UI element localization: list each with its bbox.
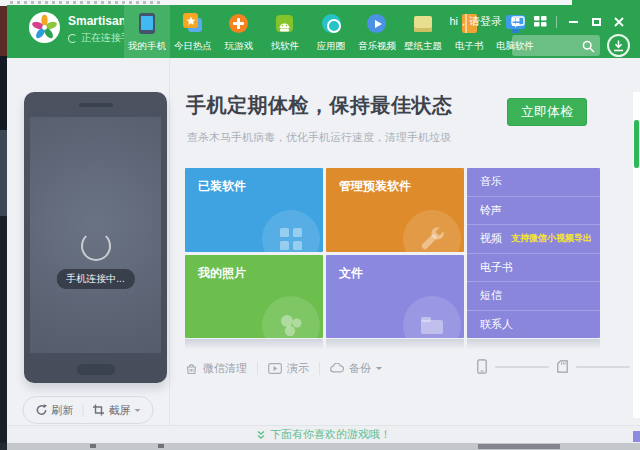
screenshot-button[interactable]: 截屏 <box>93 403 141 418</box>
desktop-left-edge <box>0 130 7 216</box>
music-video-icon <box>365 12 389 36</box>
phone-screen: 手机连接中... <box>30 117 161 353</box>
android-software-icon <box>273 12 297 36</box>
nav-tabs: 我的手机 今日热点 玩游戏 找软件 应用圈 <box>124 5 538 58</box>
tab-hot-today[interactable]: 今日热点 <box>170 5 216 58</box>
header-user-row: hi，请登录 <box>449 14 626 29</box>
list-item-ringtones[interactable]: 铃声 <box>467 197 600 226</box>
phone-storage-icon <box>477 359 487 374</box>
quick-access-list: 音乐 铃声 视频 支持微信小视频导出 电子书 短信 联系人 <box>467 168 600 338</box>
minimize-button[interactable] <box>566 15 580 29</box>
photos-watermark-icon <box>262 296 320 338</box>
tile-files[interactable]: 文件 <box>326 255 464 338</box>
hot-today-icon <box>181 12 205 36</box>
phone-mockup: 手机连接中... <box>24 92 167 383</box>
tab-wallpaper[interactable]: 壁纸主题 <box>400 5 446 58</box>
tab-label: 我的手机 <box>128 39 166 52</box>
loading-spinner-icon <box>81 231 111 261</box>
maximize-button[interactable] <box>589 15 603 29</box>
apps-watermark-icon <box>262 210 320 252</box>
phone-panel: 手机连接中... 刷新 截屏 <box>7 58 170 425</box>
page-subtitle: 查杀木马手机病毒，优化手机运行速度，清理手机垃圾 <box>187 130 451 145</box>
tab-music-video[interactable]: 音乐视频 <box>354 5 400 58</box>
message-icon[interactable] <box>511 16 525 28</box>
desktop-bottom-fragment <box>158 444 164 448</box>
tab-label: 今日热点 <box>174 39 212 52</box>
refresh-icon <box>36 404 48 416</box>
tab-label: 音乐视频 <box>358 39 396 52</box>
app-window: Smartisan ... 正在连接手机 我的手机 今日热点 <box>7 5 640 443</box>
tab-games[interactable]: 玩游戏 <box>216 5 262 58</box>
chevron-down-icon <box>376 367 382 370</box>
app-header: Smartisan ... 正在连接手机 我的手机 今日热点 <box>7 5 640 58</box>
search-icon[interactable] <box>582 39 595 57</box>
tab-label: 壁纸主题 <box>404 39 442 52</box>
phone-storage-bar <box>495 366 549 368</box>
download-manager-button[interactable] <box>607 34 630 57</box>
tab-label: 找软件 <box>271 39 300 52</box>
refresh-label: 刷新 <box>52 403 74 418</box>
clean-basket-icon <box>185 362 198 375</box>
tab-label: 玩游戏 <box>225 39 254 52</box>
crop-icon <box>93 404 105 416</box>
desktop-left-edge <box>0 443 7 450</box>
close-button[interactable] <box>612 15 626 29</box>
divider <box>556 16 557 28</box>
list-item-music[interactable]: 音乐 <box>467 168 600 197</box>
sdcard-storage-icon <box>557 360 568 373</box>
bottom-toolbar: 微信清理 演示 备份 <box>185 357 382 379</box>
tile-reflection <box>326 339 464 350</box>
connecting-label: 手机连接中... <box>56 269 134 289</box>
tile-reflection <box>185 339 323 350</box>
cloud-icon <box>330 363 344 373</box>
scrollbar-thumb[interactable] <box>634 120 639 168</box>
desktop-left-edge <box>0 216 7 443</box>
tile-preinstalled-apps[interactable]: 管理预装软件 <box>326 168 464 252</box>
list-item-sms[interactable]: 短信 <box>467 282 600 311</box>
tile-installed-apps[interactable]: 已装软件 <box>185 168 323 252</box>
tab-label: 应用圈 <box>317 39 346 52</box>
desktop-bottom-fragment <box>90 444 96 448</box>
connecting-spinner-icon <box>68 34 77 43</box>
backup-button[interactable]: 备份 <box>330 361 382 376</box>
page-title: 手机定期体检，保持最佳状态 <box>186 92 453 119</box>
footer-games-link[interactable]: 下面有你喜欢的游戏哦！ <box>7 425 640 443</box>
tab-find-software[interactable]: 找软件 <box>262 5 308 58</box>
demo-play-icon <box>268 363 282 374</box>
scrollbar-track[interactable] <box>633 92 640 418</box>
tab-app-circle[interactable]: 应用圈 <box>308 5 354 58</box>
desktop-bottom-fragment <box>478 444 560 449</box>
desktop-background-text <box>10 1 160 4</box>
screenshot-label: 截屏 <box>109 403 131 418</box>
chevron-down-icon <box>135 409 141 412</box>
login-link[interactable]: hi，请登录 <box>449 14 502 29</box>
list-item-videos[interactable]: 视频 支持微信小视频导出 <box>467 225 600 254</box>
sdcard-storage-bar <box>576 366 630 368</box>
double-chevron-down-icon <box>256 430 266 440</box>
tab-ebook[interactable]: 电子书 <box>446 5 492 58</box>
footer-message: 下面有你喜欢的游戏哦！ <box>270 427 391 442</box>
wrench-watermark-icon <box>403 210 461 252</box>
storage-indicators <box>477 359 630 374</box>
header-search-row <box>512 34 630 57</box>
divider <box>257 362 258 375</box>
phone-home-button <box>77 364 115 375</box>
phone-speaker <box>79 103 113 107</box>
tab-label: 电子书 <box>455 39 484 52</box>
wechat-clean-button[interactable]: 微信清理 <box>185 361 247 376</box>
apps-grid-icon[interactable] <box>534 16 547 27</box>
list-item-contacts[interactable]: 联系人 <box>467 311 600 339</box>
divider <box>83 404 84 417</box>
refresh-button[interactable]: 刷新 <box>36 403 74 418</box>
list-item-ebooks[interactable]: 电子书 <box>467 254 600 283</box>
tile-reflection <box>467 339 600 350</box>
games-icon <box>227 12 251 36</box>
tile-my-photos[interactable]: 我的照片 <box>185 255 323 338</box>
my-phone-icon <box>135 12 159 36</box>
divider <box>319 362 320 375</box>
main-content: 手机定期体检，保持最佳状态 查杀木马手机病毒，优化手机运行速度，清理手机垃圾 立… <box>171 58 640 425</box>
tab-my-phone[interactable]: 我的手机 <box>124 5 170 58</box>
checkup-now-button[interactable]: 立即体检 <box>507 98 587 126</box>
demo-button[interactable]: 演示 <box>268 361 309 376</box>
desktop-left-edge <box>0 56 7 130</box>
